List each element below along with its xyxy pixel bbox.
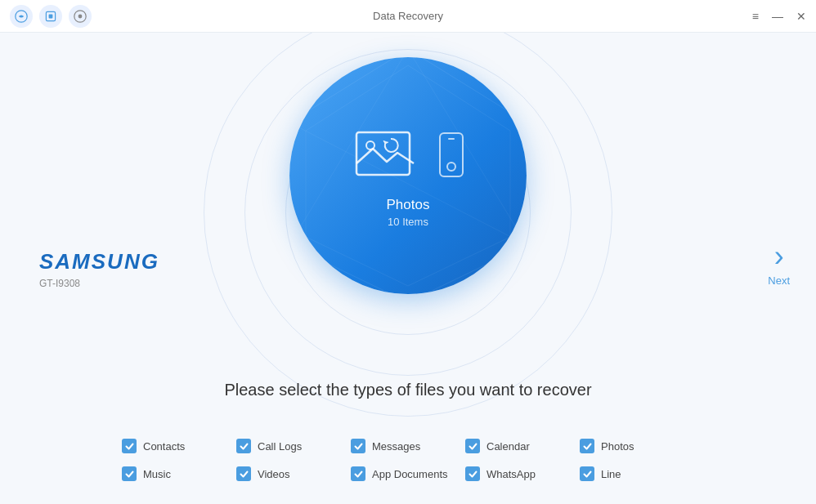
- samsung-logo: SAMSUNG: [39, 248, 159, 274]
- svg-point-4: [78, 14, 83, 18]
- checkbox-call-logs-label: Call Logs: [258, 440, 302, 453]
- window-controls: ≡ — ✕: [752, 11, 806, 22]
- titlebar-left: [10, 5, 92, 28]
- next-button[interactable]: › Next: [768, 242, 790, 287]
- next-chevron-icon: ›: [774, 242, 784, 271]
- checkbox-calendar[interactable]: Calendar: [465, 439, 580, 453]
- checkbox-app-documents-label: App Documents: [372, 468, 448, 480]
- checkbox-whatsapp-label: WhatsApp: [486, 468, 536, 480]
- checkbox-videos-label: Videos: [258, 468, 290, 480]
- checkbox-line-box[interactable]: [580, 466, 594, 481]
- circle-file-count: 10 Items: [388, 216, 428, 228]
- checkbox-photos[interactable]: Photos: [580, 439, 694, 453]
- checkbox-calendar-box[interactable]: [465, 439, 480, 453]
- app-title: Data Recovery: [373, 10, 443, 22]
- checkbox-photos-box[interactable]: [580, 439, 594, 453]
- checkbox-call-logs-box[interactable]: [236, 439, 251, 453]
- checkbox-contacts-box[interactable]: [122, 439, 137, 453]
- checkbox-line-label: Line: [601, 468, 621, 480]
- svg-rect-5: [356, 132, 410, 175]
- close-button[interactable]: ✕: [796, 11, 806, 22]
- checkbox-whatsapp[interactable]: WhatsApp: [465, 466, 580, 481]
- svg-rect-2: [49, 14, 53, 18]
- checkbox-app-documents-box[interactable]: [351, 466, 365, 481]
- checkbox-calendar-label: Calendar: [486, 440, 530, 453]
- titlebar: Data Recovery ≡ — ✕: [0, 0, 816, 33]
- checkbox-app-documents[interactable]: App Documents: [351, 466, 465, 481]
- checkbox-photos-label: Photos: [601, 440, 634, 453]
- next-label: Next: [768, 274, 790, 287]
- checkbox-messages-label: Messages: [372, 440, 420, 453]
- checkbox-messages-box[interactable]: [351, 439, 365, 453]
- minimize-button[interactable]: —: [772, 11, 783, 22]
- app-icon-1[interactable]: [10, 5, 33, 28]
- circle-icons: [352, 124, 464, 185]
- checkbox-line[interactable]: Line: [580, 466, 694, 481]
- device-model: GT-I9308: [39, 277, 80, 288]
- checkbox-contacts-label: Contacts: [143, 440, 185, 453]
- device-info: SAMSUNG GT-I9308: [39, 248, 159, 288]
- menu-button[interactable]: ≡: [752, 11, 759, 22]
- checkbox-messages[interactable]: Messages: [351, 439, 465, 453]
- app-icon-3[interactable]: [69, 5, 92, 28]
- checkbox-call-logs[interactable]: Call Logs: [236, 439, 351, 453]
- file-type-checkboxes: Contacts Call Logs Messages Calendar Pho…: [122, 439, 694, 481]
- file-type-circle: Photos 10 Items: [289, 57, 527, 294]
- main-content: SAMSUNG GT-I9308 Photos 10 Items: [0, 33, 816, 504]
- checkbox-music-label: Music: [143, 468, 171, 480]
- phone-icon: [439, 132, 464, 177]
- checkbox-videos-box[interactable]: [236, 466, 251, 481]
- photo-icon: [352, 124, 426, 185]
- checkbox-music-box[interactable]: [122, 466, 137, 481]
- instruction-text: Please select the types of files you wan…: [224, 381, 591, 399]
- checkbox-contacts[interactable]: Contacts: [122, 439, 236, 453]
- app-icon-2[interactable]: [39, 5, 62, 28]
- checkbox-videos[interactable]: Videos: [236, 466, 351, 481]
- checkbox-music[interactable]: Music: [122, 466, 236, 481]
- checkbox-whatsapp-box[interactable]: [465, 466, 480, 481]
- circle-file-type-label: Photos: [387, 197, 430, 213]
